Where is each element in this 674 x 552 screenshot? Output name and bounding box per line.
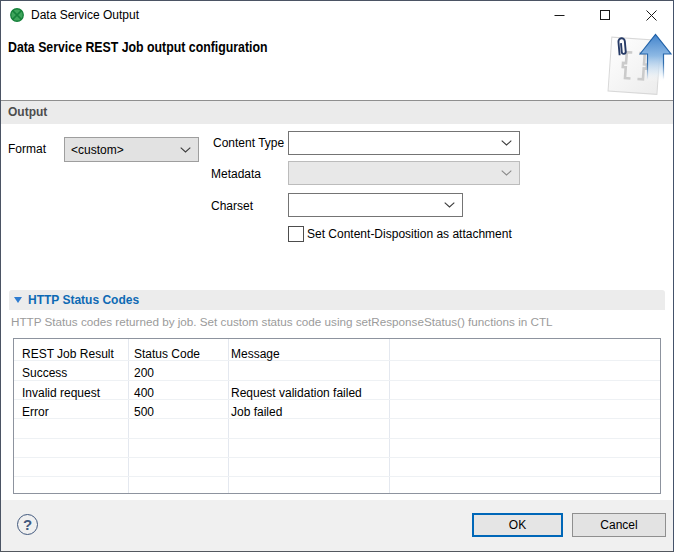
format-combobox[interactable]: <custom> <box>64 137 199 162</box>
table-row[interactable]: Invalid request 400 Request validation f… <box>14 381 660 400</box>
table-row-empty[interactable] <box>14 419 660 439</box>
output-banner-icon <box>604 30 672 98</box>
content-type-combobox[interactable] <box>288 131 520 155</box>
table-row[interactable]: Success 200 <box>14 361 660 381</box>
column-header: Message <box>231 347 280 361</box>
format-value: <custom> <box>65 143 180 157</box>
close-icon <box>646 10 657 21</box>
table-row[interactable]: Error 500 Job failed <box>14 400 660 419</box>
maximize-icon <box>600 10 610 20</box>
footer-bar: ? OK Cancel <box>0 500 674 552</box>
maximize-button[interactable] <box>582 0 628 30</box>
output-group-header: Output <box>0 100 674 124</box>
metadata-combobox <box>288 161 520 185</box>
ok-button[interactable]: OK <box>472 513 563 537</box>
column-header: Status Code <box>134 347 200 361</box>
metadata-label: Metadata <box>211 167 261 181</box>
table-header-row: REST Job Result Status Code Message <box>14 339 660 361</box>
page-title: Data Service REST Job output configurati… <box>8 39 268 55</box>
content-disposition-label: Set Content-Disposition as attachment <box>307 227 512 241</box>
cancel-button[interactable]: Cancel <box>572 513 666 537</box>
title-bar: Data Service Output <box>0 0 674 31</box>
minimize-button[interactable] <box>536 0 582 30</box>
window-title: Data Service Output <box>31 8 139 22</box>
help-button[interactable]: ? <box>17 514 38 535</box>
status-codes-table[interactable]: REST Job Result Status Code Message Succ… <box>13 338 661 494</box>
collapse-triangle-icon <box>14 297 22 303</box>
minimize-icon <box>554 10 565 21</box>
content-disposition-checkbox[interactable] <box>288 226 304 242</box>
chevron-down-icon <box>180 147 191 153</box>
chevron-down-icon <box>444 202 455 208</box>
format-label: Format <box>8 142 46 156</box>
section-description: HTTP Status codes returned by job. Set c… <box>11 315 553 328</box>
table-row-empty[interactable] <box>14 458 660 477</box>
close-button[interactable] <box>628 0 674 30</box>
section-title: HTTP Status Codes <box>28 293 139 307</box>
http-status-codes-section-header[interactable]: HTTP Status Codes <box>9 290 665 310</box>
table-row-empty[interactable] <box>14 477 660 493</box>
content-type-label: Content Type <box>213 136 284 150</box>
chevron-down-icon <box>501 170 512 176</box>
output-group-title: Output <box>8 105 47 119</box>
chevron-down-icon <box>501 140 512 146</box>
app-icon <box>10 8 24 22</box>
dialog-window: Data Service Output Data Service REST Jo… <box>0 0 674 552</box>
column-header: REST Job Result <box>22 347 114 361</box>
charset-combobox[interactable] <box>288 193 463 217</box>
table-row-empty[interactable] <box>14 439 660 458</box>
charset-label: Charset <box>211 199 253 213</box>
help-icon: ? <box>23 516 32 533</box>
